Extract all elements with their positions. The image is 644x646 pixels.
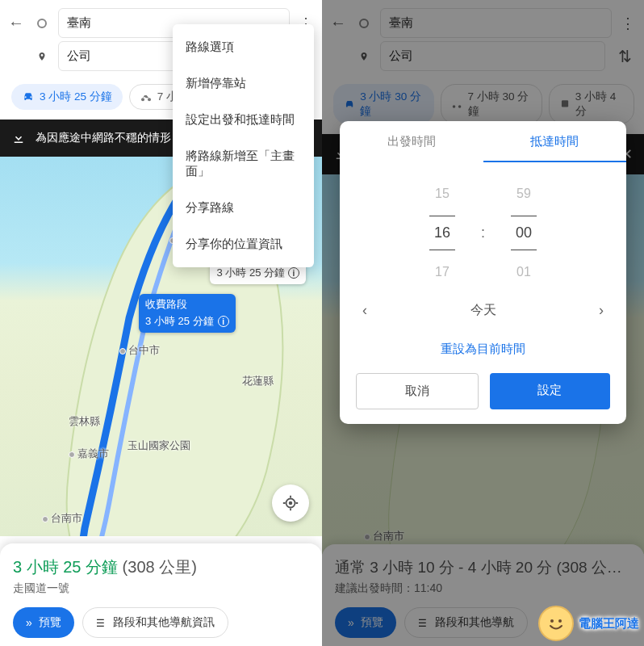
city-tainan: 台南市 [42,512,82,526]
hour-current[interactable]: 16 [429,216,455,250]
destination-marker-icon [37,52,47,61]
hour-prev[interactable]: 15 [435,187,450,201]
watermark: 電腦王阿達 [538,606,639,641]
tab-arrive-time[interactable]: 抵達時間 [483,121,627,162]
tab-depart-time[interactable]: 出發時間 [340,121,483,162]
menu-share-route[interactable]: 分享路線 [173,190,314,226]
overflow-menu: 路線選項 新增停靠站 設定出發和抵達時間 將路線新增至「主畫面」 分享路線 分享… [173,24,314,267]
menu-share-location[interactable]: 分享你的位置資訊 [173,226,314,262]
mascot-icon [538,606,574,641]
cancel-button[interactable]: 取消 [356,373,479,409]
svg-point-0 [141,98,144,101]
hour-next[interactable]: 17 [435,265,450,279]
svg-point-8 [558,619,562,623]
banner-text: 為因應途中網路不穩的情形 [36,131,171,145]
download-icon [11,131,26,145]
prev-day-button[interactable]: ‹ [362,302,367,319]
sheet-title: 3 小時 25 分鐘 (308 公里) [13,556,309,578]
menu-set-depart-arrive[interactable]: 設定出發和抵達時間 [173,102,314,138]
minute-current[interactable]: 00 [511,216,537,250]
info-icon: i [218,316,229,327]
menu-route-options[interactable]: 路線選項 [173,29,314,65]
city-chiayi: 嘉義市 [69,447,109,461]
steps-button[interactable]: 路段和其他導航資訊 [82,607,228,638]
sheet-subtitle: 走國道一號 [13,581,309,596]
origin-marker-icon [37,19,47,28]
city-yunlin: 雲林縣 [69,415,100,429]
date-label: 今天 [470,302,496,319]
preview-button[interactable]: 預覽 [13,607,74,638]
time-picker[interactable]: 15 16 17 : 59 00 01 [340,162,626,296]
list-icon [96,616,107,629]
route-pill-primary[interactable]: 收費路段 3 小時 25 分鐘i [139,294,236,333]
svg-point-7 [550,619,554,623]
reset-to-now[interactable]: 重設為目前時間 [340,325,626,363]
bottom-sheet[interactable]: 3 小時 25 分鐘 (308 公里) 走國道一號 預覽 路段和其他導航資訊 [0,543,322,646]
svg-point-1 [148,98,151,101]
info-icon: i [288,267,299,279]
next-day-button[interactable]: › [599,302,604,319]
left-screenshot: ← 臺南 ⋮ 公司 3 小時 25 分鐘 7 小時 為因應途中網路不穩的情形 [0,0,322,646]
city-taichung: 台中市 [119,344,160,358]
my-location-button[interactable] [272,484,309,522]
label-yushan: 玉山國家公園 [128,439,190,453]
watermark-title: 電腦王阿達 [579,616,639,630]
menu-add-to-home[interactable]: 將路線新增至「主畫面」 [173,138,314,190]
minute-prev[interactable]: 59 [516,187,531,201]
chip-car[interactable]: 3 小時 25 分鐘 [11,84,123,110]
back-icon[interactable]: ← [6,14,26,32]
menu-add-stop[interactable]: 新增停靠站 [173,65,314,102]
right-screenshot: ← 臺南 ⋮ 公司 ⇅ 3 小時 30 分鐘 7 小時 30 分鐘 3 小時 4… [322,0,644,646]
city-hualien: 花蓮縣 [242,375,274,388]
minute-next[interactable]: 01 [516,265,531,279]
set-button[interactable]: 設定 [490,373,611,409]
svg-point-3 [290,502,292,505]
time-picker-modal: 出發時間 抵達時間 15 16 17 : 59 00 01 ‹ 今天 › 重設為… [340,121,626,424]
chip-car-label: 3 小時 25 分鐘 [40,90,112,104]
